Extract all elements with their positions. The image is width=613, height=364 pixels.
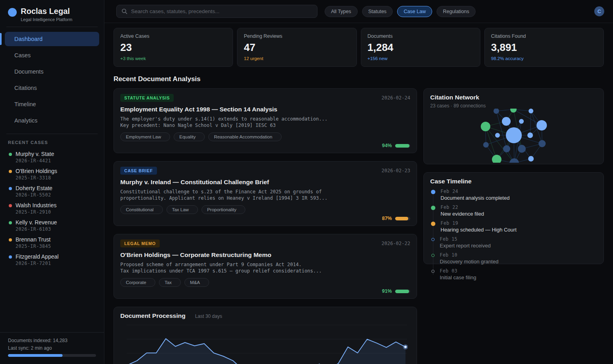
timeline-text: Discovery motion granted bbox=[440, 259, 498, 265]
timeline-dot bbox=[431, 222, 435, 226]
recent-case-brennan-trust[interactable]: Brennan Trust2025-IR-3845 bbox=[0, 234, 104, 251]
timeline-event-feb-22: Feb 22New evidence filed bbox=[430, 204, 597, 217]
case-id: 2025-IR-3845 bbox=[16, 243, 51, 249]
stat-sub: +3 this week bbox=[120, 56, 226, 61]
timeline-dot bbox=[431, 206, 435, 210]
case-status-dot bbox=[9, 204, 12, 207]
doc-card-footer: 94% bbox=[120, 143, 410, 148]
case-name: O'Brien Holdings bbox=[16, 168, 57, 174]
case-text: Doherty Estate2026-IR-5502 bbox=[16, 185, 53, 198]
recent-case-fitzgerald-appeal[interactable]: Fitzgerald Appeal2026-IR-7201 bbox=[0, 251, 104, 269]
filter-all-types[interactable]: All Types bbox=[325, 6, 358, 17]
recent-case-walsh-industries[interactable]: Walsh Industries2025-IR-2910 bbox=[0, 200, 104, 217]
analysis-card-employment-equality-act-1998-section-14-analysis[interactable]: Statute Analysis2026-02-24Employment Equ… bbox=[114, 88, 417, 153]
processing-area-chart bbox=[127, 323, 408, 364]
app-root: Roclas Legal Legal Intelligence Platform… bbox=[0, 0, 613, 364]
network-node bbox=[503, 145, 510, 152]
filter-case-law[interactable]: Case Law bbox=[397, 6, 432, 17]
doc-type-badge: Statute Analysis bbox=[120, 94, 174, 102]
relevance-bar bbox=[395, 144, 410, 148]
sidebar-item-timeline[interactable]: Timeline bbox=[5, 97, 99, 111]
search-box[interactable] bbox=[116, 5, 317, 18]
timeline-text: Document analysis completed bbox=[441, 195, 509, 201]
sidebar-item-dashboard[interactable]: Dashboard bbox=[5, 32, 99, 46]
sync-progress-fill bbox=[8, 354, 63, 357]
stat-card-pending-reviews: Pending Reviews4712 urgent bbox=[237, 28, 356, 67]
app-tagline: Legal Intelligence Platform bbox=[21, 17, 72, 22]
filter-regulations[interactable]: Regulations bbox=[437, 6, 476, 17]
topbar: All TypesStatutesCase LawRegulations C bbox=[104, 0, 613, 23]
timeline-text: Initial case filing bbox=[440, 274, 476, 280]
sidebar-item-documents[interactable]: Documents bbox=[5, 64, 99, 79]
case-name: Fitzgerald Appeal bbox=[16, 253, 59, 260]
search-input[interactable] bbox=[131, 8, 312, 14]
network-node bbox=[506, 127, 522, 143]
doc-type-badge: Case Brief bbox=[120, 167, 157, 175]
analysis-card-murphy-v-ireland-constitutional-challenge-brief[interactable]: Case Brief2026-02-23Murphy v. Ireland — … bbox=[114, 161, 417, 226]
stat-value: 47 bbox=[244, 41, 350, 54]
tag-tax: Tax bbox=[159, 278, 181, 287]
filter-statutes[interactable]: Statutes bbox=[362, 6, 393, 17]
case-id: 2026-IR-6103 bbox=[16, 226, 57, 232]
case-id: 2026-IR-4421 bbox=[16, 158, 54, 164]
doc-card-header: Statute Analysis2026-02-24 bbox=[120, 94, 410, 102]
case-name: Murphy v. State bbox=[16, 151, 54, 157]
section-heading: Recent Document Analysis bbox=[114, 75, 604, 83]
timeline-event-text-block: Feb 10Discovery motion granted bbox=[440, 252, 498, 265]
network-node bbox=[519, 119, 524, 124]
tag-reasonable-accommodation: Reasonable Accommodation bbox=[208, 132, 281, 141]
sidebar-item-citations[interactable]: Citations bbox=[5, 81, 99, 95]
doc-tags: Employment LawEqualityReasonable Accommo… bbox=[120, 132, 410, 141]
stats-row: Active Cases23+3 this weekPending Review… bbox=[114, 28, 604, 67]
case-status-dot bbox=[9, 238, 12, 241]
network-node bbox=[527, 132, 533, 138]
user-avatar[interactable]: C bbox=[594, 6, 604, 16]
sidebar: Roclas Legal Legal Intelligence Platform… bbox=[0, 0, 104, 364]
relevance-score: 91% bbox=[382, 288, 392, 294]
doc-card-footer: 91% bbox=[120, 288, 410, 294]
timeline-date: Feb 24 bbox=[441, 189, 509, 194]
case-id: 2025-IR-2910 bbox=[16, 209, 57, 215]
recent-case-murphy-v-state[interactable]: Murphy v. State2026-IR-4421 bbox=[0, 149, 104, 166]
recent-cases-heading: Recent Cases bbox=[8, 140, 104, 145]
timeline-event-text-block: Feb 15Expert report received bbox=[440, 236, 491, 249]
recent-case-kelly-v-revenue[interactable]: Kelly v. Revenue2026-IR-6103 bbox=[0, 217, 104, 234]
relevance-bar-fill bbox=[395, 144, 409, 148]
relevance-bar bbox=[395, 217, 410, 220]
stat-card-active-cases: Active Cases23+3 this week bbox=[114, 28, 233, 67]
network-node bbox=[481, 122, 490, 131]
doc-card-header: Legal Memo2026-02-22 bbox=[120, 239, 410, 247]
doc-title: Employment Equality Act 1998 — Section 1… bbox=[120, 106, 410, 113]
stat-sub: 98.2% accuracy bbox=[491, 56, 597, 61]
doc-tags: CorporateTaxM&A bbox=[120, 278, 410, 287]
timeline-event-text-block: Feb 24Document analysis completed bbox=[441, 189, 509, 201]
network-subtitle: 23 cases · 89 connections bbox=[430, 103, 597, 109]
case-name: Kelly v. Revenue bbox=[16, 219, 57, 226]
dashboard-content: Active Cases23+3 this weekPending Review… bbox=[104, 23, 613, 364]
network-node bbox=[502, 117, 511, 126]
doc-title: O'Brien Holdings — Corporate Restructuri… bbox=[120, 251, 410, 259]
sidebar-item-analytics[interactable]: Analytics bbox=[5, 113, 99, 128]
analysis-card-o-brien-holdings-corporate-restructuring-memo[interactable]: Legal Memo2026-02-22O'Brien Holdings — C… bbox=[114, 234, 417, 299]
stat-value: 23 bbox=[120, 41, 226, 54]
document-processing-card: Document Processing Last 30 days bbox=[114, 307, 417, 364]
doc-title: Murphy v. Ireland — Constitutional Chall… bbox=[120, 179, 410, 186]
recent-case-o-brien-holdings[interactable]: O'Brien Holdings2025-IR-3318 bbox=[0, 166, 104, 183]
case-id: 2026-IR-7201 bbox=[16, 261, 59, 266]
sidebar-footer: Documents indexed: 14,283 Last sync: 2 m… bbox=[0, 332, 104, 364]
doc-type-badge: Legal Memo bbox=[120, 239, 160, 247]
stat-label: Active Cases bbox=[120, 33, 226, 39]
recent-case-doherty-estate[interactable]: Doherty Estate2026-IR-5502 bbox=[0, 183, 104, 200]
citation-network-card: Citation Network 23 cases · 89 connectio… bbox=[423, 88, 604, 164]
case-id: 2026-IR-5502 bbox=[16, 192, 53, 198]
stat-label: Documents bbox=[368, 33, 474, 39]
doc-card-footer: 87% bbox=[120, 216, 410, 221]
case-status-dot bbox=[9, 153, 12, 156]
case-status-dot bbox=[9, 170, 12, 173]
tag-constitutional: Constitutional bbox=[120, 205, 163, 214]
timeline-dot bbox=[431, 254, 435, 257]
sidebar-item-cases[interactable]: Cases bbox=[5, 48, 99, 62]
app-name: Roclas Legal bbox=[21, 7, 72, 16]
timeline-title: Case Timeline bbox=[430, 178, 597, 185]
sync-progress-bar bbox=[8, 354, 96, 357]
